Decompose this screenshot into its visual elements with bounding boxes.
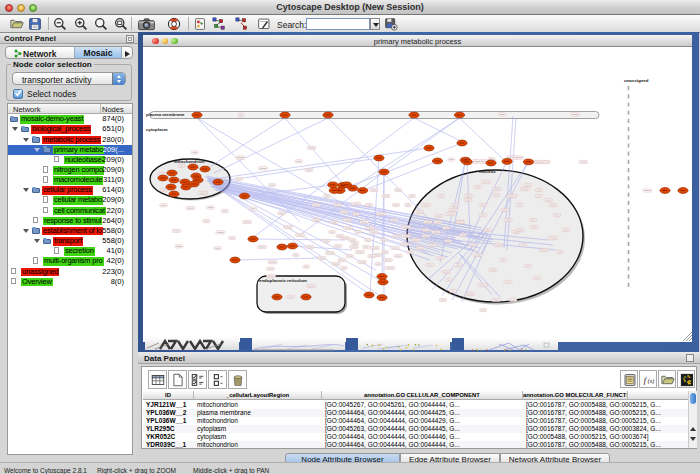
svg-text:plasma membrane: plasma membrane [146, 112, 185, 117]
svg-text:cytoplasm: cytoplasm [146, 127, 168, 132]
svg-text:nucleus: nucleus [479, 169, 496, 174]
svg-text:unassigned: unassigned [624, 78, 649, 83]
svg-text:mitochondrion: mitochondrion [174, 159, 205, 164]
svg-text:(x): (x) [648, 378, 654, 385]
svg-text:endoplasmic reticulum: endoplasmic reticulum [259, 278, 307, 283]
